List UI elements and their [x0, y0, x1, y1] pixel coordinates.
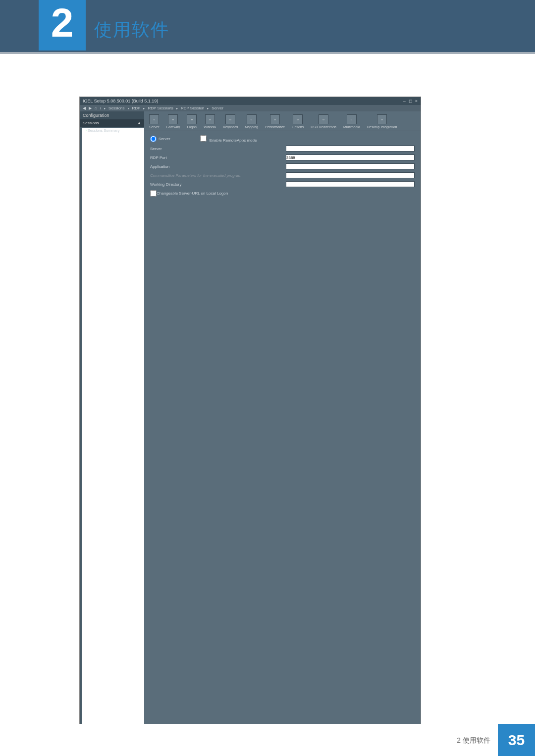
nav-prev-icon[interactable]: ◀ [83, 106, 86, 110]
tab-icon: ▫ [247, 114, 257, 124]
tab-icon: ▫ [187, 114, 197, 124]
tab-icon: ▫ [347, 114, 357, 124]
lbl-cmdline: Commandline Parameters for the executed … [150, 173, 242, 178]
input-server[interactable] [286, 146, 415, 151]
server-form: Server Enable RemoteApps mode Server RDP… [144, 131, 421, 203]
chapter-title: 使用软件 [94, 18, 169, 42]
tab-server[interactable]: ▫Server [149, 114, 160, 129]
page-header: 2 使用软件 [0, 0, 535, 52]
input-wdir[interactable] [286, 181, 415, 187]
input-rdpport[interactable] [286, 154, 415, 160]
breadcrumb: ◀ ▶ ⌂ / ▸Sessions ▸RDP ▸RDP Sessions ▸RD… [80, 105, 421, 111]
maximize-icon[interactable]: ◻ [409, 99, 412, 103]
chapter-number: 2 [51, 0, 74, 46]
screenshot-rdp-server: IGEL Setup 5.08.500.01 (Build 5.1.19) – … [79, 97, 421, 756]
tab-usb-redirection[interactable]: ▫USB Redirection [311, 114, 336, 129]
page-number: 35 [508, 732, 525, 749]
tab-icon: ▫ [225, 114, 235, 124]
tab-bar: ▫Server▫Gateway▫Logon▫Window▫Keyboard▫Ma… [144, 111, 421, 131]
footer-text: 2 使用软件 [457, 736, 490, 745]
lbl-server: Server [150, 147, 210, 151]
tab-icon: ▫ [293, 114, 303, 124]
tab-options[interactable]: ▫Options [292, 114, 304, 129]
collapse-icon[interactable]: ▲ [137, 121, 141, 125]
radio-server[interactable] [150, 136, 157, 142]
tab-desktop-integration[interactable]: ▫Desktop Integration [367, 114, 397, 129]
chk-remoteapps[interactable] [200, 135, 207, 142]
chapter-badge: 2 [39, 0, 86, 50]
tab-multimedia[interactable]: ▫Multimedia [343, 114, 360, 129]
input-cmdline[interactable] [286, 172, 415, 178]
tab-keyboard[interactable]: ▫Keyboard [223, 114, 238, 129]
tab-icon: ▫ [205, 114, 215, 124]
page-number-box: 35 [498, 724, 535, 756]
tab-mapping[interactable]: ▫Mapping [245, 114, 258, 129]
input-application[interactable] [286, 163, 415, 169]
tab-icon: ▫ [270, 114, 280, 124]
lbl-rdpport: RDP Port [150, 155, 210, 160]
config-tree[interactable]: Sessions SummaryCitrix XenDesktop / XenC… [80, 127, 144, 756]
tab-icon: ▫ [319, 114, 328, 124]
lbl-wdir: Working Directory [150, 182, 210, 187]
window-controls[interactable]: – ◻ × [403, 99, 418, 103]
tab-logon[interactable]: ▫Logon [187, 114, 197, 129]
sidebar-sessions-bar[interactable]: Sessions ▲ [80, 119, 144, 127]
tab-window[interactable]: ▫Window [204, 114, 216, 129]
sidebar-header: Configuration [80, 111, 144, 119]
chk-changeable-url[interactable] [150, 190, 157, 197]
tab-icon: ▫ [149, 114, 159, 124]
window-title: IGEL Setup 5.08.500.01 (Build 5.1.19) [83, 99, 158, 103]
tab-icon: ▫ [168, 114, 178, 124]
tab-gateway[interactable]: ▫Gateway [166, 114, 180, 129]
nav-home-icon[interactable]: ⌂ [95, 106, 97, 110]
minimize-icon[interactable]: – [403, 99, 406, 103]
tab-icon: ▫ [377, 114, 387, 124]
sidebar: Configuration Sessions ▲ Sessions Summar… [80, 111, 144, 756]
page-footer: 2 使用软件 35 [0, 724, 535, 756]
tree-item[interactable]: Sessions Summary [82, 128, 144, 756]
tab-performance[interactable]: ▫Performance [265, 114, 285, 129]
nav-next-icon[interactable]: ▶ [89, 106, 92, 110]
window-titlebar: IGEL Setup 5.08.500.01 (Build 5.1.19) – … [80, 97, 421, 105]
close-icon[interactable]: × [415, 99, 418, 103]
lbl-application: Application [150, 164, 210, 169]
